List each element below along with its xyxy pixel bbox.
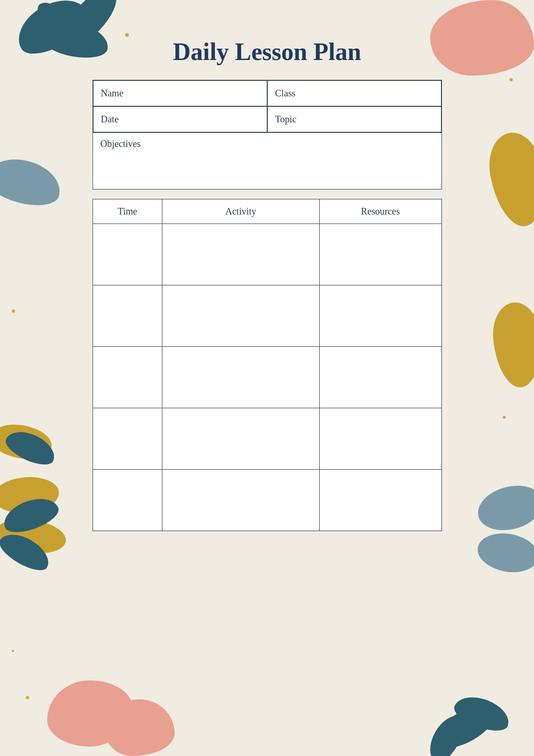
- time-cell[interactable]: [93, 470, 162, 531]
- deco-leaf: [0, 492, 62, 538]
- col-activity: Activity: [162, 199, 320, 224]
- deco-leaf: [0, 527, 55, 576]
- deco-blob: [0, 474, 60, 515]
- time-cell[interactable]: [93, 285, 162, 347]
- deco-dot: [12, 309, 15, 313]
- objectives-field[interactable]: Objectives: [93, 133, 442, 189]
- table-row: [93, 470, 441, 531]
- form-grid: Name Class Date Topic: [93, 80, 442, 133]
- deco-blob: [0, 420, 54, 464]
- deco-blob: [475, 529, 534, 576]
- table-row: [93, 285, 441, 347]
- deco-leaf: [2, 425, 60, 470]
- resources-cell[interactable]: [319, 224, 441, 285]
- col-time: Time: [93, 199, 162, 224]
- deco-blob: [430, 0, 534, 76]
- deco-leaf: [8, 0, 95, 63]
- page-content: Daily Lesson Plan Name Class Date Topic …: [93, 0, 442, 531]
- activity-cell[interactable]: [162, 347, 320, 408]
- deco-blob: [0, 152, 66, 212]
- activity-cell[interactable]: [162, 408, 320, 470]
- deco-blob: [490, 301, 534, 389]
- resources-cell[interactable]: [319, 470, 441, 531]
- time-cell[interactable]: [93, 224, 162, 285]
- date-field[interactable]: Date: [93, 106, 267, 132]
- deco-leaf: [450, 690, 513, 736]
- activity-cell[interactable]: [162, 285, 320, 347]
- table-row: [93, 347, 441, 408]
- resources-cell[interactable]: [319, 347, 441, 408]
- deco-dot: [26, 696, 29, 699]
- deco-blob: [483, 129, 534, 231]
- deco-dot: [519, 198, 522, 201]
- deco-blob: [104, 699, 175, 756]
- activity-cell[interactable]: [162, 224, 320, 285]
- deco-leaf: [423, 709, 471, 756]
- time-cell[interactable]: [93, 347, 162, 408]
- deco-dot: [496, 713, 499, 716]
- resources-cell[interactable]: [319, 285, 441, 347]
- table-row: [93, 408, 441, 470]
- deco-leaf: [31, 0, 82, 58]
- time-cell[interactable]: [93, 408, 162, 470]
- deco-dot: [503, 416, 506, 419]
- lesson-table: Time Activity Resources: [93, 199, 442, 531]
- table-row: [93, 224, 441, 285]
- topic-field[interactable]: Topic: [267, 106, 441, 132]
- deco-blob: [0, 515, 68, 558]
- deco-blob: [47, 680, 132, 747]
- deco-leaf: [431, 698, 500, 755]
- deco-dot: [12, 650, 14, 652]
- activity-cell[interactable]: [162, 470, 320, 531]
- name-field[interactable]: Name: [93, 80, 267, 106]
- deco-blob: [473, 479, 534, 537]
- col-resources: Resources: [319, 199, 441, 224]
- resources-cell[interactable]: [319, 408, 441, 470]
- page-title: Daily Lesson Plan: [93, 38, 442, 66]
- deco-dot: [509, 78, 513, 81]
- class-field[interactable]: Class: [267, 80, 441, 106]
- deco-dot: [502, 496, 505, 498]
